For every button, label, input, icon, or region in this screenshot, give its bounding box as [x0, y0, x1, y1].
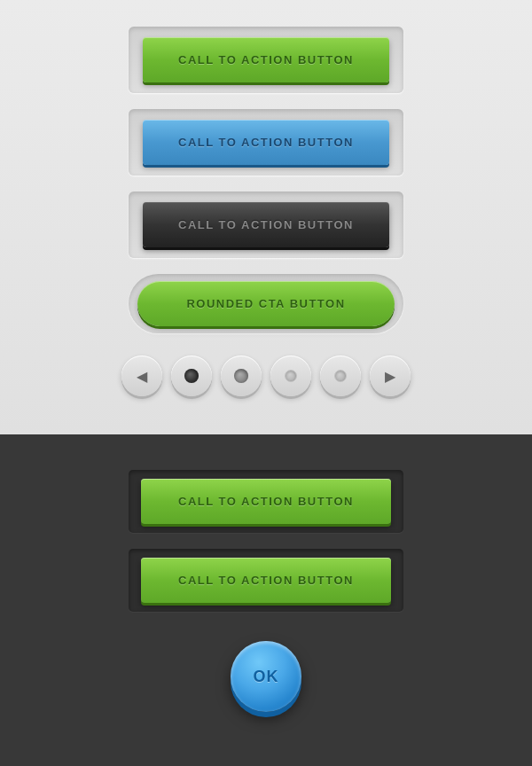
dark-bg-green-button-container-2: CALL TO ACTION BUTTON	[129, 549, 403, 612]
blue-button-container: CALL TO ACTION BUTTON	[129, 109, 403, 176]
ok-label: OK	[254, 668, 279, 686]
dark-bg-green-cta-button-2[interactable]: CALL TO ACTION BUTTON	[141, 558, 391, 603]
dark-bg-green-cta-button-1[interactable]: CALL TO ACTION BUTTON	[141, 479, 391, 524]
rounded-button-container: ROUNDED CTA BUTTON	[129, 274, 403, 333]
bottom-section: CALL TO ACTION BUTTON CALL TO ACTION BUT…	[0, 434, 532, 766]
chevron-left-icon: ◀	[137, 368, 147, 385]
dot-light1	[285, 370, 297, 382]
dark-button-container: CALL TO ACTION BUTTON	[129, 192, 403, 258]
green-cta-button[interactable]: CALL TO ACTION BUTTON	[143, 37, 389, 82]
pagination-dot-4[interactable]	[320, 356, 361, 396]
ok-button[interactable]: OK	[231, 641, 301, 712]
pagination-prev-button[interactable]: ◀	[121, 356, 162, 396]
dot-medium	[234, 369, 248, 383]
dot-light2	[334, 370, 347, 382]
dark-cta-button[interactable]: CALL TO ACTION BUTTON	[143, 202, 389, 247]
dot-dark	[184, 369, 199, 383]
pagination-dot-2[interactable]	[221, 356, 262, 396]
rounded-cta-button[interactable]: ROUNDED CTA BUTTON	[137, 281, 395, 326]
pagination: ◀ ▶	[121, 356, 411, 396]
pagination-next-button[interactable]: ▶	[370, 356, 411, 396]
blue-cta-button[interactable]: CALL TO ACTION BUTTON	[143, 120, 389, 165]
top-section: CALL TO ACTION BUTTON CALL TO ACTION BUT…	[0, 0, 532, 434]
dark-bg-green-button-container-1: CALL TO ACTION BUTTON	[129, 470, 403, 533]
chevron-right-icon: ▶	[385, 368, 395, 385]
ok-button-container: OK	[231, 641, 301, 712]
pagination-dot-1[interactable]	[171, 356, 212, 396]
pagination-dot-3[interactable]	[270, 356, 311, 396]
green-button-container: CALL TO ACTION BUTTON	[129, 27, 403, 93]
